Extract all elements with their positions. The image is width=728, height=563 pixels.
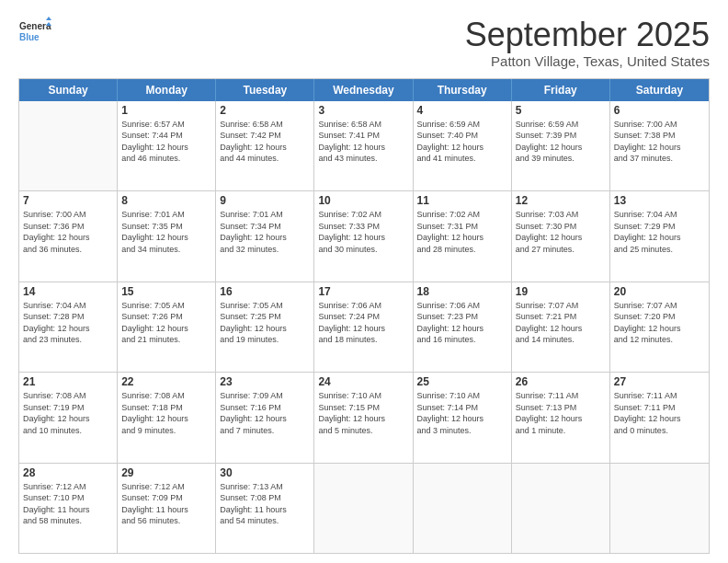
- calendar-cell: [314, 464, 413, 553]
- header-day-sunday: Sunday: [19, 79, 118, 101]
- header-day-wednesday: Wednesday: [314, 79, 413, 101]
- svg-text:Blue: Blue: [19, 32, 40, 42]
- calendar-cell: 6Sunrise: 7:00 AM Sunset: 7:38 PM Daylig…: [610, 101, 709, 190]
- page: General Blue September 2025 Patton Villa…: [0, 0, 728, 563]
- calendar-cell: 8Sunrise: 7:01 AM Sunset: 7:35 PM Daylig…: [118, 191, 216, 281]
- calendar-cell: 9Sunrise: 7:01 AM Sunset: 7:34 PM Daylig…: [216, 191, 314, 281]
- calendar-cell: 30Sunrise: 7:13 AM Sunset: 7:08 PM Dayli…: [216, 464, 314, 553]
- calendar-cell: [414, 464, 512, 553]
- day-number: 6: [614, 104, 705, 117]
- day-info: Sunrise: 7:06 AM Sunset: 7:24 PM Dayligh…: [318, 300, 408, 346]
- day-info: Sunrise: 7:04 AM Sunset: 7:28 PM Dayligh…: [23, 300, 113, 346]
- day-info: Sunrise: 7:12 AM Sunset: 7:10 PM Dayligh…: [23, 481, 113, 527]
- calendar-cell: 23Sunrise: 7:09 AM Sunset: 7:16 PM Dayli…: [216, 373, 314, 462]
- day-number: 12: [516, 194, 606, 207]
- day-info: Sunrise: 7:03 AM Sunset: 7:30 PM Dayligh…: [516, 209, 606, 255]
- day-info: Sunrise: 7:10 AM Sunset: 7:14 PM Dayligh…: [417, 390, 507, 436]
- header-day-monday: Monday: [118, 79, 216, 101]
- day-info: Sunrise: 6:59 AM Sunset: 7:39 PM Dayligh…: [516, 119, 606, 165]
- calendar-week-4: 21Sunrise: 7:08 AM Sunset: 7:19 PM Dayli…: [19, 373, 709, 463]
- calendar-cell: 24Sunrise: 7:10 AM Sunset: 7:15 PM Dayli…: [314, 373, 413, 462]
- day-number: 27: [614, 375, 705, 388]
- day-number: 17: [318, 285, 408, 298]
- day-number: 13: [614, 194, 705, 207]
- day-number: 30: [220, 466, 310, 479]
- day-number: 11: [417, 194, 507, 207]
- calendar-cell: 10Sunrise: 7:02 AM Sunset: 7:33 PM Dayli…: [314, 191, 413, 281]
- calendar-cell: 19Sunrise: 7:07 AM Sunset: 7:21 PM Dayli…: [512, 282, 610, 372]
- day-info: Sunrise: 7:01 AM Sunset: 7:35 PM Dayligh…: [121, 209, 211, 255]
- calendar-cell: [19, 101, 118, 190]
- calendar-header: SundayMondayTuesdayWednesdayThursdayFrid…: [19, 79, 709, 101]
- calendar-week-3: 14Sunrise: 7:04 AM Sunset: 7:28 PM Dayli…: [19, 282, 709, 373]
- day-info: Sunrise: 7:11 AM Sunset: 7:11 PM Dayligh…: [614, 390, 705, 436]
- calendar-cell: 29Sunrise: 7:12 AM Sunset: 7:09 PM Dayli…: [118, 464, 216, 553]
- calendar-cell: 26Sunrise: 7:11 AM Sunset: 7:13 PM Dayli…: [512, 373, 610, 462]
- day-info: Sunrise: 7:07 AM Sunset: 7:20 PM Dayligh…: [614, 300, 705, 346]
- day-number: 23: [220, 375, 310, 388]
- day-number: 15: [121, 285, 211, 298]
- day-number: 5: [516, 104, 606, 117]
- calendar-cell: 21Sunrise: 7:08 AM Sunset: 7:19 PM Dayli…: [19, 373, 118, 462]
- calendar-cell: 18Sunrise: 7:06 AM Sunset: 7:23 PM Dayli…: [414, 282, 512, 372]
- day-number: 8: [121, 194, 211, 207]
- calendar-week-2: 7Sunrise: 7:00 AM Sunset: 7:36 PM Daylig…: [19, 191, 709, 282]
- calendar-cell: 5Sunrise: 6:59 AM Sunset: 7:39 PM Daylig…: [512, 101, 610, 190]
- header-day-friday: Friday: [512, 79, 610, 101]
- svg-marker-2: [46, 17, 51, 20]
- day-info: Sunrise: 7:08 AM Sunset: 7:18 PM Dayligh…: [121, 390, 211, 436]
- day-number: 28: [23, 466, 113, 479]
- logo-svg: General Blue: [18, 17, 51, 50]
- day-number: 9: [220, 194, 310, 207]
- day-info: Sunrise: 6:57 AM Sunset: 7:44 PM Dayligh…: [121, 119, 211, 165]
- calendar-cell: 4Sunrise: 6:59 AM Sunset: 7:40 PM Daylig…: [414, 101, 512, 190]
- calendar-cell: [512, 464, 610, 553]
- day-number: 21: [23, 375, 113, 388]
- day-info: Sunrise: 7:11 AM Sunset: 7:13 PM Dayligh…: [516, 390, 606, 436]
- calendar-cell: 2Sunrise: 6:58 AM Sunset: 7:42 PM Daylig…: [216, 101, 314, 190]
- location-title: Patton Village, Texas, United States: [465, 53, 710, 69]
- header: General Blue September 2025 Patton Villa…: [18, 17, 710, 69]
- day-number: 25: [417, 375, 507, 388]
- day-info: Sunrise: 7:07 AM Sunset: 7:21 PM Dayligh…: [516, 300, 606, 346]
- day-number: 16: [220, 285, 310, 298]
- calendar-cell: 13Sunrise: 7:04 AM Sunset: 7:29 PM Dayli…: [610, 191, 709, 281]
- calendar-cell: 11Sunrise: 7:02 AM Sunset: 7:31 PM Dayli…: [414, 191, 512, 281]
- calendar-cell: 1Sunrise: 6:57 AM Sunset: 7:44 PM Daylig…: [118, 101, 216, 190]
- day-info: Sunrise: 7:05 AM Sunset: 7:25 PM Dayligh…: [220, 300, 310, 346]
- calendar-cell: 22Sunrise: 7:08 AM Sunset: 7:18 PM Dayli…: [118, 373, 216, 462]
- calendar-cell: 7Sunrise: 7:00 AM Sunset: 7:36 PM Daylig…: [19, 191, 118, 281]
- month-title: September 2025: [465, 17, 710, 53]
- calendar-week-1: 1Sunrise: 6:57 AM Sunset: 7:44 PM Daylig…: [19, 101, 709, 191]
- day-info: Sunrise: 6:58 AM Sunset: 7:42 PM Dayligh…: [220, 119, 310, 165]
- day-info: Sunrise: 7:12 AM Sunset: 7:09 PM Dayligh…: [121, 481, 211, 527]
- calendar-cell: 20Sunrise: 7:07 AM Sunset: 7:20 PM Dayli…: [610, 282, 709, 372]
- calendar-cell: 17Sunrise: 7:06 AM Sunset: 7:24 PM Dayli…: [314, 282, 413, 372]
- day-info: Sunrise: 7:10 AM Sunset: 7:15 PM Dayligh…: [318, 390, 408, 436]
- calendar-cell: 16Sunrise: 7:05 AM Sunset: 7:25 PM Dayli…: [216, 282, 314, 372]
- day-info: Sunrise: 7:08 AM Sunset: 7:19 PM Dayligh…: [23, 390, 113, 436]
- calendar: SundayMondayTuesdayWednesdayThursdayFrid…: [18, 78, 710, 554]
- day-number: 10: [318, 194, 408, 207]
- day-info: Sunrise: 7:06 AM Sunset: 7:23 PM Dayligh…: [417, 300, 507, 346]
- day-number: 18: [417, 285, 507, 298]
- calendar-cell: 27Sunrise: 7:11 AM Sunset: 7:11 PM Dayli…: [610, 373, 709, 462]
- day-info: Sunrise: 7:05 AM Sunset: 7:26 PM Dayligh…: [121, 300, 211, 346]
- day-info: Sunrise: 7:13 AM Sunset: 7:08 PM Dayligh…: [220, 481, 310, 527]
- day-number: 26: [516, 375, 606, 388]
- day-number: 24: [318, 375, 408, 388]
- day-number: 7: [23, 194, 113, 207]
- day-info: Sunrise: 7:01 AM Sunset: 7:34 PM Dayligh…: [220, 209, 310, 255]
- calendar-cell: 25Sunrise: 7:10 AM Sunset: 7:14 PM Dayli…: [414, 373, 512, 462]
- calendar-cell: [610, 464, 709, 553]
- day-number: 3: [318, 104, 408, 117]
- day-number: 1: [121, 104, 211, 117]
- day-info: Sunrise: 7:00 AM Sunset: 7:38 PM Dayligh…: [614, 119, 705, 165]
- day-info: Sunrise: 7:02 AM Sunset: 7:33 PM Dayligh…: [318, 209, 408, 255]
- day-number: 19: [516, 285, 606, 298]
- header-day-thursday: Thursday: [414, 79, 512, 101]
- svg-text:General: General: [19, 21, 51, 31]
- day-info: Sunrise: 7:09 AM Sunset: 7:16 PM Dayligh…: [220, 390, 310, 436]
- day-number: 2: [220, 104, 310, 117]
- day-info: Sunrise: 7:04 AM Sunset: 7:29 PM Dayligh…: [614, 209, 705, 255]
